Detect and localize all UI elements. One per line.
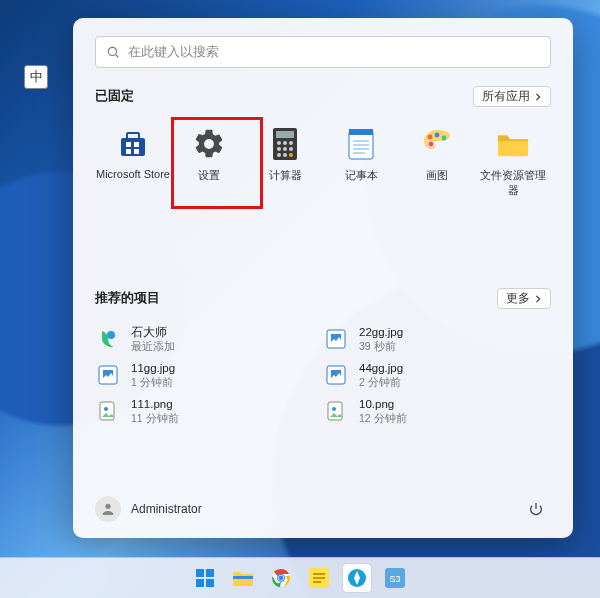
recommended-item[interactable]: 11gg.jpg1 分钟前: [95, 357, 323, 393]
folder-icon: [232, 569, 254, 587]
svg-rect-7: [134, 149, 139, 154]
recommended-section: 推荐的项目 更多 石大师最近添加 22gg.jpg39 秒前 11gg.jpg1…: [95, 288, 551, 429]
search-input[interactable]: [126, 44, 540, 60]
app-icon: [95, 326, 121, 352]
pinned-grid: Microsoft Store 设置 计算器: [95, 121, 551, 198]
pinned-app-settings[interactable]: 设置: [171, 121, 247, 198]
recommended-name: 22gg.jpg: [359, 326, 403, 339]
recommended-name: 10.png: [359, 398, 407, 411]
recommended-name: 11gg.jpg: [131, 362, 175, 375]
svg-rect-43: [196, 579, 204, 587]
svg-rect-44: [206, 579, 214, 587]
image-file-icon: [323, 362, 349, 388]
notepad-icon: [344, 127, 378, 161]
app-label: 画图: [426, 168, 448, 183]
svg-point-49: [279, 576, 284, 581]
folder-icon: [496, 127, 530, 161]
taskbar-app-3[interactable]: S3: [381, 564, 409, 592]
svg-rect-42: [206, 569, 214, 577]
svg-point-10: [277, 141, 281, 145]
svg-rect-2: [121, 138, 145, 156]
ime-indicator[interactable]: 中: [24, 65, 48, 89]
pinned-app-microsoft-store[interactable]: Microsoft Store: [95, 121, 171, 198]
svg-rect-41: [196, 569, 204, 577]
svg-point-40: [105, 504, 110, 509]
recommended-meta: 12 分钟前: [359, 412, 407, 424]
search-box[interactable]: [95, 36, 551, 68]
svg-rect-9: [276, 131, 294, 138]
app-label: Microsoft Store: [96, 168, 170, 180]
recommended-item[interactable]: 44gg.jpg2 分钟前: [323, 357, 551, 393]
user-account[interactable]: Administrator: [95, 496, 202, 522]
svg-point-0: [108, 47, 116, 55]
recommended-meta: 1 分钟前: [131, 376, 175, 388]
pinned-app-file-explorer[interactable]: 文件资源管理器: [475, 121, 551, 198]
power-icon: [528, 501, 544, 517]
svg-point-37: [104, 407, 108, 411]
pinned-app-notepad[interactable]: 记事本: [323, 121, 399, 198]
svg-point-12: [289, 141, 293, 145]
taskbar-app-2[interactable]: [343, 564, 371, 592]
recommended-item[interactable]: 10.png12 分钟前: [323, 393, 551, 429]
png-file-icon: [323, 398, 349, 424]
app-label: 设置: [198, 168, 220, 183]
power-button[interactable]: [521, 494, 551, 524]
more-label: 更多: [506, 291, 530, 306]
svg-point-28: [429, 142, 433, 146]
recommended-item[interactable]: 石大师最近添加: [95, 321, 323, 357]
recommended-name: 44gg.jpg: [359, 362, 403, 375]
svg-rect-4: [126, 142, 131, 147]
taskbar-file-explorer[interactable]: [229, 564, 257, 592]
svg-rect-36: [100, 402, 114, 420]
recommended-meta: 2 分钟前: [359, 376, 403, 388]
start-menu: 已固定 所有应用 Microsoft Store: [73, 18, 573, 538]
svg-point-11: [283, 141, 287, 145]
all-apps-button[interactable]: 所有应用: [473, 86, 551, 107]
svg-point-13: [277, 147, 281, 151]
chevron-right-icon: [534, 295, 542, 303]
user-name: Administrator: [131, 502, 202, 516]
app-label: 文件资源管理器: [475, 168, 551, 198]
recommended-item[interactable]: 22gg.jpg39 秒前: [323, 321, 551, 357]
taskbar-app-1[interactable]: [305, 564, 333, 592]
svg-rect-20: [349, 129, 373, 135]
taskbar-start-button[interactable]: [191, 564, 219, 592]
svg-point-16: [277, 153, 281, 157]
app-icon: [347, 568, 367, 588]
windows-icon: [195, 568, 215, 588]
image-file-icon: [95, 362, 121, 388]
all-apps-label: 所有应用: [482, 89, 530, 104]
svg-text:S3: S3: [389, 574, 400, 584]
svg-point-29: [107, 331, 115, 339]
recommended-meta: 11 分钟前: [131, 412, 179, 424]
svg-point-27: [442, 136, 447, 141]
pinned-app-calculator[interactable]: 计算器: [247, 121, 323, 198]
svg-point-26: [435, 133, 440, 138]
recommended-name: 111.png: [131, 398, 179, 411]
start-footer: Administrator: [95, 484, 551, 524]
recommended-grid: 石大师最近添加 22gg.jpg39 秒前 11gg.jpg1 分钟前 44gg…: [95, 321, 551, 429]
store-icon: [116, 127, 150, 161]
svg-point-14: [283, 147, 287, 151]
taskbar: S3: [0, 557, 600, 598]
app-icon: [309, 568, 329, 588]
more-button[interactable]: 更多: [497, 288, 551, 309]
recommended-meta: 39 秒前: [359, 340, 403, 352]
taskbar-browser[interactable]: [267, 564, 295, 592]
search-icon: [106, 45, 120, 59]
recommended-title: 推荐的项目: [95, 290, 160, 307]
chevron-right-icon: [534, 93, 542, 101]
app-label: 计算器: [269, 168, 302, 183]
calculator-icon: [268, 127, 302, 161]
recommended-item[interactable]: 111.png11 分钟前: [95, 393, 323, 429]
app-icon: S3: [385, 568, 405, 588]
recommended-meta: 最近添加: [131, 340, 175, 352]
svg-rect-3: [127, 133, 139, 139]
svg-point-17: [283, 153, 287, 157]
pinned-app-paint[interactable]: 画图: [399, 121, 475, 198]
pinned-title: 已固定: [95, 88, 134, 105]
svg-rect-45: [233, 576, 253, 579]
image-file-icon: [323, 326, 349, 352]
avatar-icon: [95, 496, 121, 522]
svg-line-1: [116, 55, 119, 58]
